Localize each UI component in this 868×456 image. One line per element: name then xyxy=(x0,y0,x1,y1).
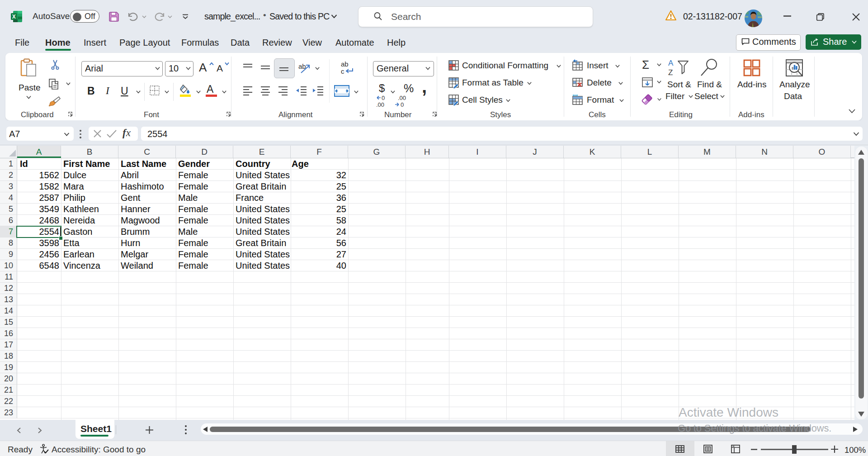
svg-text:c: c xyxy=(341,67,344,75)
svg-text:.00: .00 xyxy=(376,101,384,108)
svg-text:.00: .00 xyxy=(398,95,406,101)
svg-text:X: X xyxy=(12,14,16,20)
svg-text:0: 0 xyxy=(401,101,404,108)
svg-text:ab: ab xyxy=(341,60,349,68)
svg-text:0: 0 xyxy=(382,95,385,101)
svg-text:Z: Z xyxy=(668,68,673,77)
svg-text:A: A xyxy=(668,59,674,67)
